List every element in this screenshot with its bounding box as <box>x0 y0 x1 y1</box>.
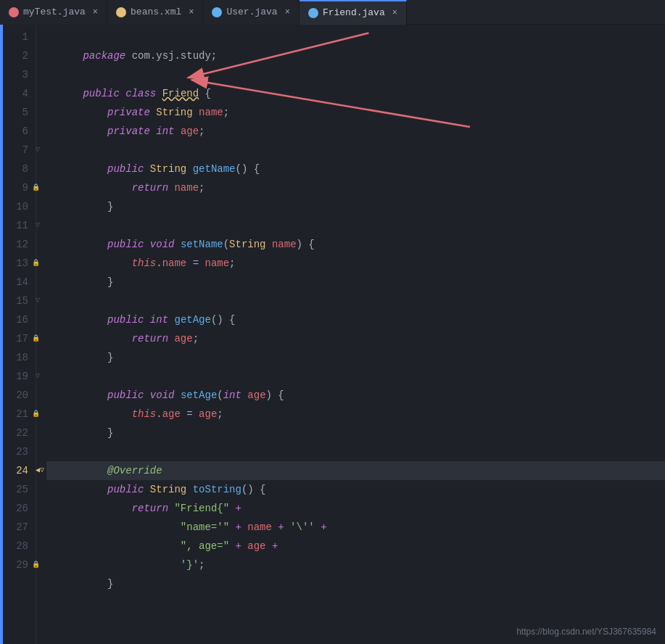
line-num-4: 4 <box>0 84 28 103</box>
tab-icon-user <box>212 7 222 17</box>
tab-close-mytest[interactable]: × <box>93 7 98 17</box>
tab-label-beans: beans.xml <box>131 7 181 17</box>
code-line-10 <box>46 197 665 216</box>
tab-icon-beans <box>116 7 126 17</box>
tab-friend[interactable]: Friend.java × <box>300 0 407 25</box>
tab-user[interactable]: User.java × <box>203 0 299 25</box>
code-line-15: public int getAge() { <box>46 292 665 310</box>
line-num-8: 8 <box>0 160 28 178</box>
tab-label-friend: Friend.java <box>323 7 385 18</box>
editor: 1 2 3 4 5 6 7▽ 8 9🔒 10 11▽ 12 13🔒 14 15▽… <box>0 25 665 644</box>
tab-mytest[interactable]: myTest.java × <box>0 0 107 25</box>
line-num-26: 26 <box>0 499 28 518</box>
code-line-23: @Override <box>46 442 665 461</box>
code-line-3: public class Friend { <box>46 65 665 84</box>
code-line-11: public void setName(String name) { <box>46 216 665 235</box>
line-num-9: 9🔒 <box>0 178 28 197</box>
line-num-12: 12 <box>0 235 28 254</box>
tab-label-user: User.java <box>226 7 277 17</box>
line-num-2: 2 <box>0 46 28 65</box>
line-num-25: 25 <box>0 480 28 499</box>
line-num-15: 15▽ <box>0 292 28 310</box>
tab-icon-friend <box>308 8 318 18</box>
tab-close-user[interactable]: × <box>285 7 290 17</box>
line-num-17: 17🔒 <box>0 329 28 348</box>
line-num-10: 10 <box>0 197 28 216</box>
code-line-22 <box>46 424 665 442</box>
line-num-6: 6 <box>0 122 28 141</box>
line-num-3: 3 <box>0 65 28 84</box>
line-num-13: 13🔒 <box>0 254 28 273</box>
line-num-24: 24◀▽ <box>0 461 28 480</box>
line-num-18: 18 <box>0 348 28 367</box>
code-line-1: package com.ysj.study; <box>46 28 665 46</box>
tab-close-friend[interactable]: × <box>392 8 397 18</box>
line-num-16: 16 <box>0 310 28 329</box>
line-num-21: 21🔒 <box>0 405 28 424</box>
tab-bar: myTest.java × beans.xml × User.java × Fr… <box>0 0 665 25</box>
tab-beans[interactable]: beans.xml × <box>107 0 203 25</box>
tab-icon-mytest <box>9 7 19 17</box>
line-num-20: 20 <box>0 386 28 405</box>
code-line-19: public void setAge(int age) { <box>46 367 665 386</box>
line-num-22: 22 <box>0 424 28 442</box>
tab-close-beans[interactable]: × <box>189 7 194 17</box>
watermark: https://blog.csdn.net/YSJ367635984 <box>516 627 656 637</box>
line-num-5: 5 <box>0 103 28 122</box>
line-num-1: 1 <box>0 28 28 46</box>
line-num-27: 27 <box>0 518 28 537</box>
line-num-14: 14 <box>0 273 28 292</box>
line-num-23: 23 <box>0 442 28 461</box>
code-line-18 <box>46 348 665 367</box>
code-content[interactable]: package com.ysj.study; public class Frie… <box>36 25 665 644</box>
code-line-7: public String getName() { <box>46 141 665 160</box>
line-num-7: 7▽ <box>0 141 28 160</box>
line-num-19: 19▽ <box>0 367 28 386</box>
line-num-11: 11▽ <box>0 216 28 235</box>
line-numbers: 1 2 3 4 5 6 7▽ 8 9🔒 10 11▽ 12 13🔒 14 15▽… <box>0 25 36 644</box>
code-line-14 <box>46 273 665 292</box>
tab-label-mytest: myTest.java <box>23 7 86 17</box>
line-num-29: 29🔒 <box>0 556 28 574</box>
line-num-28: 28 <box>0 537 28 556</box>
